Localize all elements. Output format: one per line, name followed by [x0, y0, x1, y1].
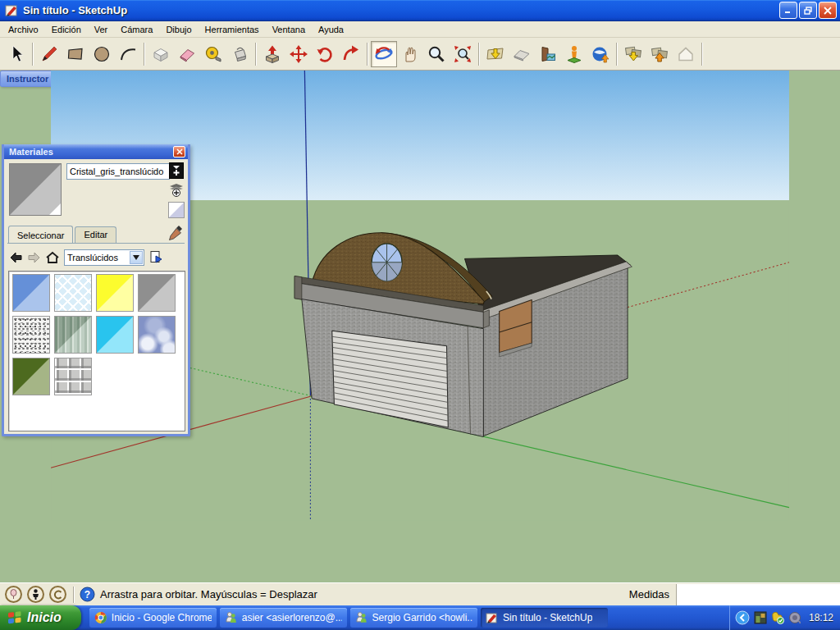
- swatch-bloques-vidrio[interactable]: [54, 358, 92, 395]
- menu-camara[interactable]: Cámara: [114, 22, 159, 37]
- eraser-tool-button[interactable]: [174, 41, 200, 67]
- get-models-button[interactable]: [620, 41, 646, 67]
- tray-photo-icon[interactable]: [754, 611, 767, 624]
- orbit-icon: [373, 43, 395, 65]
- taskbar-item-messenger-2[interactable]: Sergio Garrido <howli...: [350, 608, 477, 628]
- default-material-swatch[interactable]: [168, 202, 185, 218]
- swatch-vidrio-enrejado[interactable]: [54, 274, 92, 312]
- share-model-icon: [650, 44, 669, 64]
- taskbar-clock[interactable]: 18:12: [809, 612, 833, 623]
- menu-edicion[interactable]: Edición: [45, 22, 88, 37]
- swatch-vidrio-amarillo[interactable]: [96, 274, 134, 312]
- add-location-button[interactable]: [482, 41, 509, 67]
- home-button[interactable]: [45, 251, 60, 264]
- chevron-down-icon: [133, 255, 139, 260]
- house-icon: [676, 44, 696, 64]
- swatch-vidrio-gris[interactable]: [138, 274, 176, 312]
- select-tool-button[interactable]: [3, 41, 30, 67]
- google-earth-icon: [591, 44, 610, 64]
- cornice-right-return: [483, 310, 489, 328]
- place-model-button[interactable]: [561, 41, 587, 67]
- toolbar-separator: [32, 43, 34, 66]
- materials-title-bar[interactable]: Materiales: [4, 144, 188, 159]
- close-button[interactable]: [819, 2, 837, 19]
- move-tool-button[interactable]: [285, 41, 312, 67]
- menu-ver[interactable]: Ver: [88, 22, 115, 37]
- menu-ayuda[interactable]: Ayuda: [312, 22, 350, 37]
- circle-icon: [92, 44, 112, 64]
- menu-archivo[interactable]: Archivo: [2, 22, 45, 37]
- measurements-label: Medidas: [629, 588, 669, 600]
- line-tool-button[interactable]: [36, 41, 62, 67]
- details-button[interactable]: [148, 250, 163, 265]
- zoom-tool-button[interactable]: [423, 41, 450, 67]
- material-name-field[interactable]: [66, 163, 170, 180]
- warehouse-house-button[interactable]: [673, 41, 699, 67]
- taskbar-item-sketchup[interactable]: Sin título - SketchUp: [481, 608, 608, 628]
- swatch-vidrio-cian[interactable]: [96, 316, 134, 354]
- menu-bar: Archivo Edición Ver Cámara Dibujo Herram…: [0, 21, 840, 38]
- push-pull-tool-button[interactable]: [259, 41, 285, 67]
- toggle-terrain-button[interactable]: [509, 41, 535, 67]
- credits-button[interactable]: [49, 586, 66, 603]
- title-bar[interactable]: Sin título - SketchUp: [0, 0, 840, 21]
- minimize-button[interactable]: [779, 2, 797, 19]
- geolocation-status-button[interactable]: [5, 586, 22, 603]
- taskbar-item-chrome[interactable]: Inicio - Google Chrome: [89, 608, 217, 628]
- drawing-area[interactable]: Materiales Selecciona: [0, 71, 840, 582]
- photo-textures-button[interactable]: [535, 41, 561, 67]
- materials-panel[interactable]: Materiales Selecciona: [2, 144, 190, 436]
- menu-dibujo[interactable]: Dibujo: [159, 22, 198, 37]
- swatch-vidrio-estriado[interactable]: [54, 316, 92, 354]
- follow-me-tool-button[interactable]: [338, 41, 364, 67]
- pan-tool-button[interactable]: [397, 41, 423, 67]
- paint-bucket-tool-button[interactable]: [226, 41, 253, 67]
- taskbar-item-messenger-1[interactable]: asier <asierlorenzo@...: [220, 608, 347, 628]
- materials-title: Materiales: [9, 147, 173, 157]
- make-component-button[interactable]: [148, 41, 174, 67]
- menu-ventana[interactable]: Ventana: [266, 22, 312, 37]
- menu-herramientas[interactable]: Herramientas: [199, 22, 266, 37]
- claim-credit-button[interactable]: [27, 586, 44, 603]
- swatch-nubes[interactable]: [138, 316, 176, 354]
- restore-button[interactable]: [799, 2, 817, 19]
- rotate-tool-button[interactable]: [312, 41, 338, 67]
- zoom-extents-button[interactable]: [450, 41, 476, 67]
- hide-icons-chevron-button[interactable]: [735, 610, 750, 625]
- google-earth-button[interactable]: [587, 41, 614, 67]
- tab-editar[interactable]: Editar: [75, 226, 116, 243]
- materials-close-button[interactable]: [173, 146, 185, 158]
- svg-text:?: ?: [84, 589, 90, 600]
- arc-tool-button[interactable]: [115, 41, 141, 67]
- swatch-vidrio-moteado[interactable]: [12, 316, 50, 354]
- measurements-field[interactable]: [676, 584, 840, 605]
- tape-measure-tool-button[interactable]: [200, 41, 226, 67]
- swatch-vidrio-azul[interactable]: [12, 274, 50, 312]
- sketchup-window: Sin título - SketchUp Archivo Edición Ve…: [0, 0, 840, 630]
- tab-seleccionar[interactable]: Seleccionar: [8, 226, 73, 244]
- swatch-verde-oliva[interactable]: [12, 358, 50, 395]
- tray-messenger-status-icon[interactable]: [771, 611, 784, 624]
- tray-volume-icon[interactable]: [788, 611, 801, 624]
- dropdown-arrow-button[interactable]: [130, 251, 143, 264]
- back-arrow-button[interactable]: [9, 251, 23, 264]
- help-icon[interactable]: ?: [80, 587, 95, 602]
- start-button[interactable]: Inicio: [0, 605, 81, 630]
- round-window[interactable]: [372, 244, 402, 281]
- create-material-button[interactable]: [169, 162, 184, 179]
- orbit-tool-button[interactable]: [371, 41, 397, 67]
- collection-dropdown[interactable]: Translúcidos: [64, 249, 144, 266]
- rectangle-tool-button[interactable]: [62, 41, 89, 67]
- toolbar-separator: [478, 43, 480, 66]
- eyedropper-icon[interactable]: [168, 225, 183, 241]
- messenger-icon: [355, 611, 368, 624]
- toolbar-separator: [616, 43, 618, 66]
- status-hint: Arrastra para orbitar. Mayúsculas = Desp…: [100, 588, 629, 600]
- forward-arrow-button[interactable]: [27, 251, 41, 264]
- circle-tool-button[interactable]: [89, 41, 115, 67]
- sample-paint-button[interactable]: [168, 181, 185, 199]
- share-model-button[interactable]: [646, 41, 673, 67]
- balloon-icon: [9, 589, 18, 600]
- material-preview-swatch[interactable]: [9, 163, 62, 216]
- toolbar-separator: [255, 43, 257, 66]
